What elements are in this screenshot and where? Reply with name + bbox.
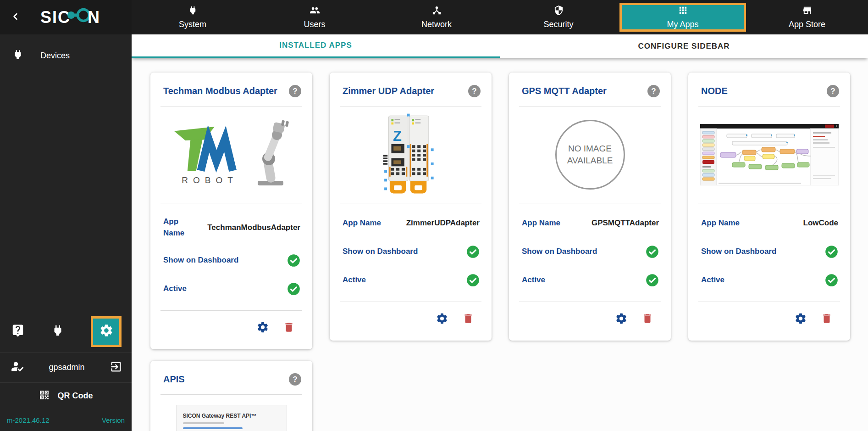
tm-robot-caption: ROBOT (178, 175, 238, 185)
usb-plug-icon[interactable] (51, 324, 65, 339)
card-title: NODE (701, 86, 827, 96)
help-icon[interactable] (827, 85, 839, 97)
sidebar-item-devices[interactable]: Devices (0, 44, 132, 67)
api-doc-link-line (183, 427, 243, 429)
sidebar-item-label: Devices (40, 51, 70, 61)
robot-arm-image (249, 119, 292, 190)
app-image-node-red-flow (688, 106, 850, 203)
help-icon[interactable] (647, 85, 660, 97)
sicon-logo: SIC N (20, 6, 121, 28)
show-on-dashboard-label: Show on Dashboard (522, 246, 597, 257)
active-row: Active (522, 273, 659, 287)
no-image-placeholder: NO IMAGE AVAILABLE (555, 120, 625, 190)
qr-code-label: QR Code (57, 391, 93, 401)
rest-api-doc-preview: SICON Gateway REST API™ (176, 405, 287, 431)
sidebar-footer-icons (0, 311, 132, 352)
check-circle-icon (287, 282, 300, 296)
configure-gear-icon[interactable] (615, 312, 628, 327)
storefront-icon (802, 5, 813, 17)
configure-gear-icon[interactable] (256, 321, 269, 336)
device-hub-icon (431, 5, 442, 17)
sidebar-spacer (0, 67, 132, 311)
top-navigation: System Users Network Security My Apps Ap… (132, 0, 868, 34)
qr-code-button[interactable]: QR Code (0, 382, 132, 409)
apps-grid-icon (678, 5, 688, 17)
tab-configure-sidebar[interactable]: CONFIGURE SIDEBAR (500, 34, 868, 58)
tab-installed-apps[interactable]: INSTALLED APPS (132, 34, 500, 58)
nav-item-network[interactable]: Network (376, 0, 498, 34)
tm-robot-logo: ROBOT (171, 124, 245, 185)
app-name-row: App Name LowCode (701, 216, 838, 230)
show-on-dashboard-label: Show on Dashboard (701, 246, 776, 257)
version-label: Version (102, 416, 125, 424)
app-name-value: GPSMQTTAdapter (592, 218, 659, 228)
show-on-dashboard-row: Show on Dashboard (343, 245, 480, 258)
person-check-icon (11, 360, 24, 375)
app-name-value: LowCode (803, 218, 839, 228)
app-card-zimmer-udp-adapter: Zimmer UDP Adapter Z (330, 73, 492, 341)
api-doc-text-line (183, 422, 224, 424)
show-on-dashboard-label: Show on Dashboard (163, 255, 238, 266)
delete-trash-icon[interactable] (462, 313, 474, 326)
gear-icon (99, 323, 114, 340)
nav-item-app-store[interactable]: App Store (746, 0, 868, 34)
delete-trash-icon[interactable] (283, 321, 295, 335)
people-icon (310, 5, 320, 17)
plug-icon (188, 5, 198, 17)
configure-gear-icon[interactable] (794, 312, 807, 327)
configure-gear-icon[interactable] (436, 312, 448, 327)
check-circle-icon (466, 274, 480, 287)
show-on-dashboard-row: Show on Dashboard (701, 245, 838, 258)
plug-icon (12, 49, 24, 63)
version-value: m-2021.46.12 (7, 416, 50, 424)
app-name-value: ZimmerUDPAdapter (406, 218, 480, 228)
nav-item-my-apps[interactable]: My Apps (619, 3, 746, 32)
help-icon[interactable] (468, 85, 481, 97)
app-name-label: App Name (343, 218, 381, 229)
check-circle-icon (646, 245, 659, 258)
sidebar: SIC N Devices (0, 0, 132, 431)
linked-circles-icon (71, 6, 88, 28)
nav-item-users[interactable]: Users (254, 0, 376, 34)
version-row: m-2021.46.12 Version (0, 409, 132, 431)
delete-trash-icon[interactable] (641, 313, 653, 326)
username: gpsadmin (24, 363, 110, 372)
active-row: Active (343, 273, 480, 287)
active-label: Active (163, 283, 187, 295)
api-doc-title: SICON Gateway REST API™ (183, 413, 280, 419)
app-image-zimmer-module: Z (330, 106, 492, 203)
app-name-value: TechmanModbusAdapter (207, 223, 300, 232)
settings-gear-button-highlighted[interactable] (91, 316, 122, 347)
show-on-dashboard-label: Show on Dashboard (343, 246, 418, 257)
active-row: Active (163, 282, 300, 296)
delete-trash-icon[interactable] (821, 313, 833, 326)
check-circle-icon (825, 274, 838, 287)
app-name-label: App Name (701, 218, 740, 229)
qr-code-icon (39, 389, 50, 403)
check-circle-icon (825, 245, 838, 258)
shield-icon (553, 5, 564, 17)
sidebar-user-row: gpsadmin (0, 352, 132, 382)
check-circle-icon (646, 274, 659, 287)
check-circle-icon (466, 245, 480, 258)
card-title: GPS MQTT Adapter (522, 86, 647, 96)
app-card-gps-mqtt-adapter: GPS MQTT Adapter NO IMAGE AVAILABLE App … (509, 73, 671, 341)
card-title: Techman Modbus Adapter (163, 86, 289, 96)
app-image-tm-robot: ROBOT (150, 106, 312, 203)
show-on-dashboard-row: Show on Dashboard (163, 253, 300, 267)
installed-apps-content: Techman Modbus Adapter ROBOT (132, 58, 868, 431)
svg-text:Z: Z (393, 128, 402, 144)
help-icon[interactable] (289, 373, 301, 386)
help-bubble-icon[interactable] (11, 324, 25, 339)
active-label: Active (522, 274, 545, 286)
check-circle-icon (287, 254, 300, 267)
nav-item-system[interactable]: System (132, 0, 254, 34)
nav-item-security[interactable]: Security (498, 0, 619, 34)
app-name-row: App Name TechmanModbusAdapter (163, 216, 300, 239)
app-card-apis: APIS SICON Gateway REST API™ (150, 361, 312, 431)
logout-icon[interactable] (110, 360, 122, 375)
app-card-techman-modbus-adapter: Techman Modbus Adapter ROBOT (150, 73, 312, 349)
app-name-row: App Name GPSMQTTAdapter (522, 216, 659, 230)
help-icon[interactable] (289, 85, 301, 97)
apps-tab-bar: INSTALLED APPS CONFIGURE SIDEBAR (132, 34, 868, 58)
